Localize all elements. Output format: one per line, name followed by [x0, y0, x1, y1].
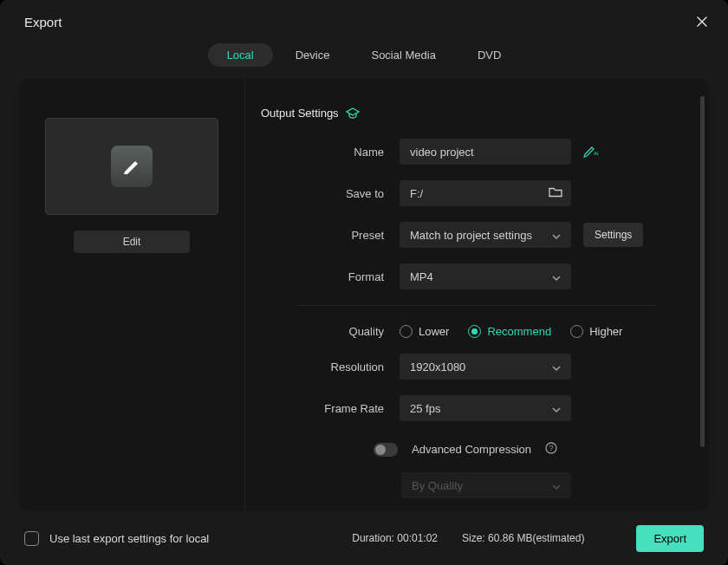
- output-settings-heading: Output Settings: [261, 107, 655, 120]
- preview-column: Edit: [19, 79, 244, 511]
- output-settings-label: Output Settings: [261, 107, 339, 120]
- saveto-input[interactable]: F:/: [400, 180, 571, 206]
- svg-text:AI: AI: [594, 151, 599, 156]
- format-value: MP4: [410, 270, 433, 283]
- quality-recommend-label: Recommend: [487, 325, 551, 338]
- size-text: Size: 60.86 MB(estimated): [462, 532, 584, 544]
- chevron-down-icon: [552, 402, 561, 415]
- dialog-title: Export: [24, 15, 62, 29]
- edit-clip-icon: [111, 146, 153, 187]
- advanced-compression-label: Advanced Compression: [412, 443, 531, 456]
- name-value: video project: [410, 146, 474, 159]
- preset-settings-button[interactable]: Settings: [583, 223, 643, 247]
- chevron-down-icon: [552, 479, 561, 492]
- quality-lower-label: Lower: [419, 325, 449, 338]
- framerate-value: 25 fps: [410, 402, 440, 415]
- quality-recommend-radio[interactable]: Recommend: [468, 325, 551, 338]
- folder-icon[interactable]: [549, 186, 562, 201]
- tab-local[interactable]: Local: [208, 43, 273, 67]
- framerate-dropdown[interactable]: 25 fps: [400, 395, 571, 421]
- name-label: Name: [261, 146, 400, 159]
- quality-lower-radio[interactable]: Lower: [400, 325, 449, 338]
- preset-label: Preset: [261, 229, 400, 242]
- edit-button[interactable]: Edit: [74, 231, 190, 253]
- saveto-label: Save to: [261, 187, 400, 200]
- chevron-down-icon: [552, 360, 561, 373]
- name-input[interactable]: video project: [400, 139, 571, 165]
- checkbox-icon: [24, 531, 39, 546]
- quality-radio-group: Lower Recommend Higher: [400, 325, 622, 338]
- resolution-dropdown[interactable]: 1920x1080: [400, 354, 571, 380]
- format-label: Format: [261, 270, 400, 283]
- help-icon[interactable]: ?: [545, 442, 557, 457]
- main-panel: Edit Output Settings Name video project …: [19, 79, 709, 511]
- export-dialog: Export Local Device Social Media DVD Edi…: [0, 0, 728, 565]
- compression-mode-dropdown: By Quality: [401, 472, 571, 498]
- tab-dvd[interactable]: DVD: [458, 43, 520, 67]
- saveto-value: F:/: [410, 187, 423, 200]
- resolution-label: Resolution: [261, 360, 400, 373]
- scrollbar[interactable]: [700, 96, 705, 447]
- preset-value: Match to project settings: [410, 229, 532, 242]
- footer: Use last export settings for local Durat…: [0, 511, 728, 565]
- ai-rename-icon[interactable]: AI: [583, 144, 599, 160]
- advanced-compression-toggle[interactable]: [374, 443, 398, 457]
- svg-text:?: ?: [549, 444, 554, 452]
- output-settings: Output Settings Name video project AI S: [244, 79, 709, 511]
- framerate-label: Frame Rate: [261, 402, 400, 415]
- format-dropdown[interactable]: MP4: [400, 263, 571, 289]
- tab-device[interactable]: Device: [276, 43, 349, 67]
- chevron-down-icon: [552, 270, 561, 283]
- quality-higher-radio[interactable]: Higher: [570, 325, 622, 338]
- export-button[interactable]: Export: [636, 525, 704, 552]
- quality-higher-label: Higher: [589, 325, 622, 338]
- preview-thumbnail[interactable]: [45, 118, 218, 215]
- duration-text: Duration: 00:01:02: [352, 532, 438, 544]
- titlebar: Export: [0, 0, 728, 43]
- use-last-settings-checkbox[interactable]: Use last export settings for local: [24, 531, 209, 546]
- compression-mode-value: By Quality: [412, 479, 463, 492]
- graduation-icon[interactable]: [346, 107, 360, 120]
- chevron-down-icon: [552, 229, 561, 242]
- tab-social-media[interactable]: Social Media: [352, 43, 454, 67]
- use-last-settings-label: Use last export settings for local: [49, 532, 209, 545]
- quality-label: Quality: [261, 325, 400, 338]
- preset-dropdown[interactable]: Match to project settings: [400, 222, 571, 248]
- divider: [297, 305, 655, 306]
- close-icon[interactable]: [695, 15, 709, 29]
- resolution-value: 1920x1080: [410, 360, 465, 373]
- tabs: Local Device Social Media DVD: [0, 43, 728, 79]
